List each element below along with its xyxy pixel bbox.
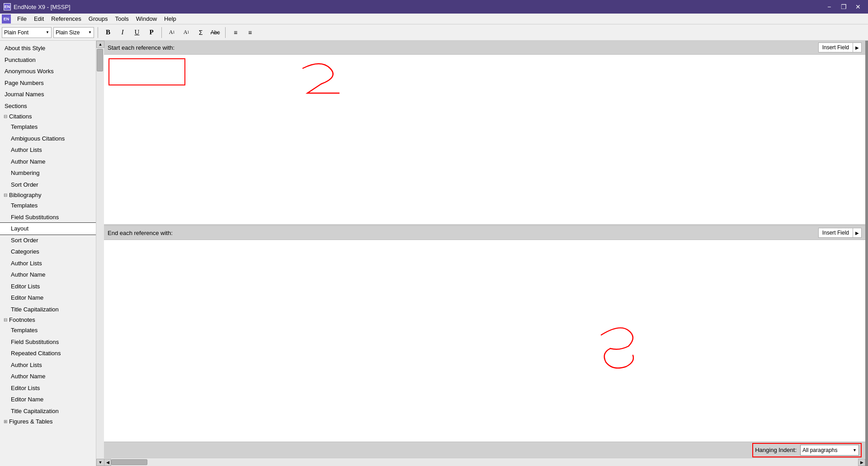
- sidebar-scrollbar[interactable]: ▲ ▼: [96, 41, 104, 466]
- menu-file[interactable]: File: [14, 14, 30, 23]
- menu-bar: EN File Edit References Groups Tools Win…: [0, 14, 868, 24]
- bottom-section: End each reference with: Insert Field ▶ …: [104, 226, 865, 458]
- close-button[interactable]: ✕: [852, 2, 864, 12]
- align-left-button[interactable]: ≡: [229, 26, 242, 39]
- footnotes-label: Footnotes: [9, 316, 35, 323]
- end-editor-area[interactable]: [104, 240, 865, 442]
- sidebar-list: About this Style Punctuation Anonymous W…: [0, 41, 96, 428]
- end-insert-field-arrow: ▶: [853, 228, 861, 237]
- restore-button[interactable]: ❐: [837, 2, 850, 12]
- title-text: EndNote X9 - [MSSP]: [14, 4, 71, 10]
- paragraph-button[interactable]: P: [145, 26, 158, 39]
- sidebar-item-fn-fieldsubst[interactable]: Field Substitutions: [0, 336, 96, 348]
- citations-label: Citations: [9, 113, 32, 120]
- sidebar-item-about[interactable]: About this Style: [0, 42, 96, 54]
- sidebar-item-fn-authorlists[interactable]: Author Lists: [0, 359, 96, 371]
- subscript-button[interactable]: A1: [180, 26, 193, 39]
- hanging-indent-select[interactable]: All paragraphs: [800, 445, 859, 456]
- sidebar-item-bib-authorlists[interactable]: Author Lists: [0, 258, 96, 269]
- sidebar-item-sections[interactable]: Sections: [0, 100, 96, 112]
- align-justify-button[interactable]: ≡: [244, 26, 256, 39]
- sidebar-item-cit-authorlists[interactable]: Author Lists: [0, 144, 96, 156]
- sidebar-item-bib-categories[interactable]: Categories: [0, 246, 96, 258]
- menu-groups[interactable]: Groups: [85, 14, 112, 23]
- abc-button[interactable]: Abc: [209, 26, 222, 39]
- sidebar-group-citations[interactable]: ⊟ Citations: [0, 112, 96, 121]
- sidebar-item-fn-repeated[interactable]: Repeated Citations: [0, 348, 96, 359]
- annotation-svg-top: [104, 55, 865, 224]
- toolbar-separator-2: [161, 27, 162, 38]
- sidebar-group-footnotes[interactable]: ⊟ Footnotes: [0, 315, 96, 325]
- sidebar-item-bib-sortorder[interactable]: Sort Order: [0, 235, 96, 246]
- sidebar-wrapper: About this Style Punctuation Anonymous W…: [0, 41, 104, 466]
- content-area: Start each reference with: Insert Field …: [104, 41, 865, 466]
- minimize-button[interactable]: −: [823, 2, 835, 12]
- end-label: End each reference with:: [108, 230, 173, 236]
- size-select[interactable]: Plain Size: [53, 27, 94, 38]
- sidebar: About this Style Punctuation Anonymous W…: [0, 41, 96, 466]
- end-section-header: End each reference with: Insert Field ▶: [104, 226, 865, 240]
- sidebar-item-punctuation[interactable]: Punctuation: [0, 54, 96, 66]
- font-select[interactable]: Plain Font: [2, 27, 52, 38]
- sidebar-item-bib-authorname[interactable]: Author Name: [0, 269, 96, 281]
- end-insert-field-label: Insert Field: [819, 228, 853, 237]
- underline-button[interactable]: U: [131, 26, 143, 39]
- sidebar-item-cit-templates[interactable]: Templates: [0, 121, 96, 133]
- menu-references[interactable]: References: [47, 14, 85, 23]
- scroll-track[interactable]: [111, 459, 858, 466]
- scroll-left-button[interactable]: ◀: [104, 459, 111, 466]
- sidebar-item-fn-templates[interactable]: Templates: [0, 325, 96, 336]
- hanging-indent-value: All paragraphs: [802, 447, 837, 453]
- sidebar-item-cit-numbering[interactable]: Numbering: [0, 167, 96, 179]
- citations-collapse-icon: ⊟: [4, 114, 7, 119]
- sidebar-item-cit-sortorder[interactable]: Sort Order: [0, 179, 96, 191]
- figures-collapse-icon: ⊞: [4, 419, 7, 424]
- menu-tools[interactable]: Tools: [111, 14, 132, 23]
- bibliography-label: Bibliography: [9, 192, 42, 198]
- scroll-right-button[interactable]: ▶: [858, 459, 865, 466]
- footnotes-collapse-icon: ⊟: [4, 317, 7, 322]
- start-editor-area[interactable]: [104, 55, 865, 224]
- sidebar-scroll-down[interactable]: ▼: [96, 459, 104, 466]
- menu-edit[interactable]: Edit: [30, 14, 47, 23]
- sidebar-item-fn-authorname[interactable]: Author Name: [0, 371, 96, 382]
- toolbar: Plain Font Plain Size B I U P A1 A1 Σ Ab…: [0, 24, 868, 41]
- figures-label: Figures & Tables: [9, 418, 53, 425]
- bottom-bar: Hanging Indent: All paragraphs: [104, 442, 865, 458]
- sidebar-item-journalnames[interactable]: Journal Names: [0, 89, 96, 100]
- sidebar-item-fn-editorlists[interactable]: Editor Lists: [0, 382, 96, 394]
- main-layout: About this Style Punctuation Anonymous W…: [0, 41, 868, 466]
- italic-button[interactable]: I: [116, 26, 129, 39]
- sidebar-item-bib-editorlists[interactable]: Editor Lists: [0, 281, 96, 292]
- annotation-svg-bottom: [104, 240, 865, 442]
- end-insert-field-button[interactable]: Insert Field ▶: [818, 228, 862, 238]
- scroll-thumb[interactable]: [111, 459, 147, 465]
- bold-button[interactable]: B: [102, 26, 114, 39]
- sidebar-item-fn-titlecap[interactable]: Title Capitalization: [0, 405, 96, 417]
- horizontal-scrollbar[interactable]: ◀ ▶: [104, 458, 865, 466]
- sidebar-item-anonymous[interactable]: Anonymous Works: [0, 66, 96, 77]
- sidebar-group-figures[interactable]: ⊞ Figures & Tables: [0, 417, 96, 426]
- sidebar-item-bib-editorname[interactable]: Editor Name: [0, 292, 96, 304]
- sigma-button[interactable]: Σ: [194, 26, 207, 39]
- sidebar-item-bib-titlecap[interactable]: Title Capitalization: [0, 304, 96, 315]
- sidebar-item-bib-fieldsubst[interactable]: Field Substitutions: [0, 212, 96, 223]
- hanging-indent-label: Hanging Indent:: [755, 447, 797, 453]
- sidebar-group-bibliography[interactable]: ⊟ Bibliography: [0, 190, 96, 200]
- toolbar-separator-1: [98, 27, 98, 38]
- start-section-header: Start each reference with: Insert Field …: [104, 41, 865, 55]
- sidebar-item-bib-layout[interactable]: Layout: [0, 223, 96, 235]
- sidebar-item-fn-editorname[interactable]: Editor Name: [0, 394, 96, 405]
- menu-window[interactable]: Window: [132, 14, 160, 23]
- sidebar-item-cit-ambiguous[interactable]: Ambiguous Citations: [0, 133, 96, 145]
- menu-help[interactable]: Help: [160, 14, 180, 23]
- sidebar-scroll-thumb[interactable]: [97, 49, 103, 71]
- sidebar-scroll-up[interactable]: ▲: [96, 41, 104, 48]
- sidebar-item-bib-templates[interactable]: Templates: [0, 200, 96, 212]
- start-insert-field-arrow: ▶: [853, 43, 861, 52]
- superscript-button[interactable]: A1: [165, 26, 178, 39]
- sidebar-item-cit-authorname[interactable]: Author Name: [0, 156, 96, 168]
- start-insert-field-button[interactable]: Insert Field ▶: [818, 42, 862, 52]
- app-icon: EN: [4, 3, 11, 10]
- sidebar-item-pagenumbers[interactable]: Page Numbers: [0, 77, 96, 89]
